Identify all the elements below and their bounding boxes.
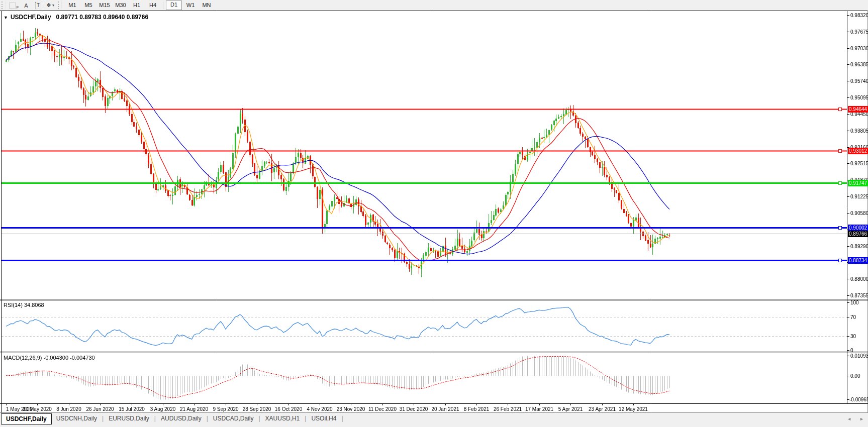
timeframe-m5-button[interactable]: M5 (81, 1, 96, 10)
rsi-indicator-label: RSI(14) 34.8068 (4, 302, 44, 308)
date-axis-label: 20 May 2020 (23, 406, 52, 412)
date-axis-label: 15 Jul 2020 (119, 406, 145, 412)
date-axis-label: 11 Dec 2020 (368, 406, 397, 412)
date-axis-label: 28 Sep 2020 (243, 406, 271, 412)
date-axis-label: 26 Jun 2020 (86, 406, 114, 412)
date-axis-label: 21 Aug 2020 (180, 406, 208, 412)
macd-axis-tick-label: 0.00 (850, 373, 860, 379)
toolbar-grip[interactable] (2, 2, 6, 9)
symbol-dropdown-icon[interactable]: ▼ (4, 15, 8, 20)
grid-box-icon (10, 3, 16, 9)
macd-indicator-label: MACD(12,26,9) -0.004300 -0.004730 (4, 355, 95, 361)
price-chart-canvas[interactable] (0, 11, 868, 413)
text-label-icon[interactable]: A (21, 1, 31, 10)
rsi-axis-tick-label: 0 (850, 348, 853, 353)
date-axis-label: 23 Apr 2021 (589, 406, 616, 412)
top-toolbar: F A T ❖ ▾ M1M5M15M30H1H4D1W1MN (0, 0, 868, 11)
draw-objects-button[interactable]: ❖ ▾ (45, 1, 55, 10)
timeframe-h1-button[interactable]: H1 (129, 1, 144, 10)
chart-ohlc-values: 0.89771 0.89783 0.89640 0.89766 (56, 14, 149, 21)
chart-tab-usdcnh-daily[interactable]: USDCNH,Daily (52, 413, 102, 423)
price-axis-tick-label: 0.87355 (850, 293, 868, 298)
timeframe-h4-button[interactable]: H4 (145, 1, 160, 10)
date-axis-label: 8 Feb 2021 (464, 406, 490, 412)
price-level-tag: 0.88734 (848, 257, 868, 264)
price-axis-tick-label: 0.91225 (850, 194, 868, 199)
date-axis-label: 31 Dec 2020 (400, 406, 428, 412)
chart-symbol: USDCHF,Daily (11, 14, 51, 21)
date-axis-label: 17 Mar 2021 (525, 406, 553, 412)
price-axis-tick-label: 0.93805 (850, 128, 868, 134)
chart-window: ▼USDCHF,Daily0.89771 0.89783 0.89640 0.8… (0, 11, 868, 413)
chart-tab-eurusd-daily[interactable]: EURUSD,Daily (104, 413, 154, 423)
price-axis-tick-label: 0.95740 (850, 78, 868, 84)
text-box-icon[interactable]: T (33, 1, 43, 10)
price-axis-tick-label: 0.96385 (850, 62, 868, 67)
date-axis-label: 23 Nov 2020 (337, 406, 365, 412)
letter-t-icon: T (35, 2, 41, 9)
timeframe-w1-button[interactable]: W1 (183, 1, 198, 10)
date-axis-label: 4 Nov 2020 (307, 406, 332, 412)
date-axis-label: 26 Feb 2021 (494, 406, 522, 412)
draw-objects-icon: ❖ (46, 2, 51, 9)
price-axis-tick-label: 0.97030 (850, 46, 868, 51)
timeframe-m1-button[interactable]: M1 (65, 1, 80, 10)
price-axis-tick-label: 0.95095 (850, 95, 868, 100)
chart-tab-usoil-h4[interactable]: USOil,H4 (307, 413, 341, 423)
chart-tab-bar: USDCHF,DailyUSDCNH,Daily|EURUSD,Daily|AU… (0, 413, 868, 427)
chart-tab-usdchf-daily[interactable]: USDCHF,Daily (1, 413, 52, 424)
toolbar-separator (163, 2, 163, 9)
price-axis-tick-label: 0.92515 (850, 161, 868, 166)
price-level-tag: 0.91747 (848, 180, 868, 186)
date-axis-label: 12 May 2021 (619, 406, 648, 412)
price-axis-tick-label: 0.89290 (850, 244, 868, 249)
date-axis-label: 9 Sep 2020 (213, 406, 238, 412)
letter-a-icon: A (24, 3, 28, 9)
price-axis[interactable] (847, 11, 868, 403)
chart-title: ▼USDCHF,Daily0.89771 0.89783 0.89640 0.8… (4, 14, 148, 21)
tab-scroll-left-icon[interactable]: ◄ (847, 416, 851, 421)
chart-tab-usdcad-daily[interactable]: USDCAD,Daily (209, 413, 258, 423)
chart-tab-xauusd-h1[interactable]: XAUUSD,H1 (261, 413, 305, 423)
chart-tab-audusd-daily[interactable]: AUDUSD,Daily (156, 413, 206, 423)
macd-axis-tick-label: -0.009653 (849, 397, 868, 402)
price-axis-tick-label: 0.90580 (850, 210, 868, 216)
timeframe-mn-button[interactable]: MN (199, 1, 214, 10)
toolbar-grip[interactable] (58, 2, 62, 9)
date-axis-label: 20 Jan 2021 (431, 406, 459, 412)
timeframe-group: M1M5M15M30H1H4D1W1MN (64, 1, 215, 10)
date-axis-label: 3 Aug 2020 (150, 406, 176, 412)
price-axis-tick-label: 0.98320 (850, 13, 868, 18)
tab-scroll-right-icon[interactable]: ► (859, 416, 864, 421)
timeframe-d1-button[interactable]: D1 (166, 1, 182, 10)
rsi-axis-tick-label: 70 (850, 314, 856, 320)
date-axis-label: 8 Jun 2020 (56, 406, 81, 412)
price-level-tag: 0.94644 (848, 106, 868, 113)
rsi-axis-tick-label: 30 (850, 334, 856, 339)
tab-divider: | (341, 413, 343, 424)
current-price-tag: 0.89766 (848, 231, 868, 237)
price-axis-tick-label: 0.97675 (850, 29, 868, 35)
timeframe-m15-button[interactable]: M15 (97, 1, 112, 10)
rsi-axis-tick-label: 100 (850, 300, 859, 305)
tab-scroll-arrows: ◄ ► (847, 416, 864, 421)
date-axis-label: 16 Oct 2020 (275, 406, 302, 412)
chart-grid-icon[interactable]: F (9, 1, 19, 10)
date-axis-label: 5 Apr 2021 (558, 406, 583, 412)
macd-axis-tick-label: 0.010933 (850, 353, 868, 359)
timeframe-m30-button[interactable]: M30 (113, 1, 128, 10)
chevron-down-icon: ▾ (52, 3, 54, 8)
grid-box-letter: F (17, 6, 19, 10)
price-axis-tick-label: 0.88000 (850, 276, 868, 282)
price-level-tag: 0.93012 (848, 148, 868, 154)
